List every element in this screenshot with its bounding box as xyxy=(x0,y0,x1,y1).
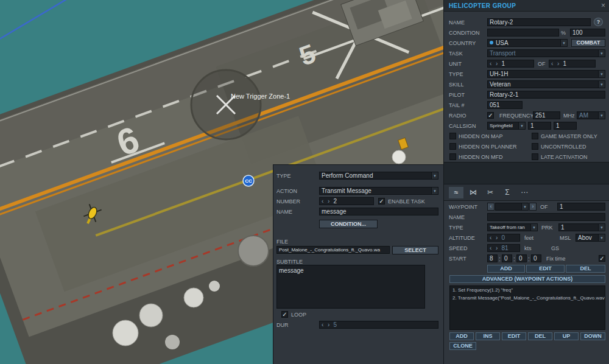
action-dropdown[interactable]: Transmit Message▾ xyxy=(319,187,438,195)
tab-payload-icon[interactable]: ✂ xyxy=(483,187,498,198)
waypoint-next-icon[interactable]: › xyxy=(529,203,537,211)
modulation-dropdown[interactable]: AM▾ xyxy=(577,111,605,119)
uncontrolled-checkbox[interactable] xyxy=(532,143,538,150)
list-item[interactable]: 1. Set Frequency(1.2) "freq" xyxy=(450,286,605,294)
list-item[interactable]: 2. Transmit Message("Post_Malone_-_Congr… xyxy=(450,294,605,302)
enable-task-checkbox[interactable] xyxy=(378,198,385,205)
action-down-button[interactable]: DOWN xyxy=(580,332,605,340)
altitude-ref-label: MSL xyxy=(560,234,571,242)
combat-button[interactable]: COMBAT xyxy=(571,39,605,47)
hidden-on-mfd-checkbox[interactable] xyxy=(449,153,456,160)
spinner-arrows-icon[interactable]: ‹ › xyxy=(490,60,499,67)
help-button[interactable]: ? xyxy=(594,18,603,26)
waypoint-prev-icon[interactable]: ‹ xyxy=(487,203,495,211)
task-label: TASK xyxy=(449,50,463,58)
waypoint-name-input[interactable] xyxy=(487,213,605,221)
subtitle-textarea[interactable]: message xyxy=(276,265,425,309)
action-label: ACTION xyxy=(276,187,297,195)
tab-summary-icon[interactable]: Σ xyxy=(500,187,515,198)
select-file-button[interactable]: SELECT xyxy=(392,246,438,254)
altitude-mode-dropdown[interactable]: Abov▾ xyxy=(576,234,605,242)
speed-label: SPEED xyxy=(449,245,468,253)
tab-triggered-actions-icon[interactable]: ⋈ xyxy=(466,187,481,198)
chevron-down-icon: ▾ xyxy=(521,203,528,210)
parking-dropdown[interactable]: 1▾ xyxy=(558,223,605,231)
spinner-arrows-icon[interactable]: ‹ › xyxy=(322,198,331,205)
start-minutes-input[interactable]: 0 xyxy=(502,254,512,262)
altitude-spinner[interactable]: ‹ ›0 xyxy=(487,234,520,242)
loop-label: LOOP xyxy=(291,311,306,319)
action-type-dropdown[interactable]: Perform Command▾ xyxy=(319,172,438,180)
spinner-arrows-icon[interactable]: ‹ › xyxy=(490,245,499,251)
action-name-input[interactable]: message xyxy=(319,208,438,215)
action-add-button[interactable]: ADD xyxy=(449,332,474,340)
task-dropdown[interactable]: Transport▾ xyxy=(487,49,605,57)
waypoint-type-dropdown[interactable]: Takeoff from ran▾ xyxy=(487,223,538,231)
waypoint-actions-list[interactable]: 1. Set Frequency(1.2) "freq" 2. Transmit… xyxy=(449,285,605,330)
speed-spinner[interactable]: ‹ ›81 xyxy=(487,244,520,252)
country-label: COUNTRY xyxy=(449,40,476,47)
callsign-dropdown[interactable]: Springfield▾ xyxy=(487,122,526,130)
number-spinner[interactable]: ‹ ›2 xyxy=(319,197,374,205)
condition-button[interactable]: CONDITION... xyxy=(319,220,378,228)
start-hours-input[interactable]: 8 xyxy=(487,254,498,262)
action-edit-button[interactable]: EDIT xyxy=(502,332,526,340)
waypoint-label: WAYPOINT xyxy=(449,203,477,211)
action-up-button[interactable]: UP xyxy=(554,332,579,340)
skill-dropdown[interactable]: Veteran▾ xyxy=(487,80,605,88)
waypoint-add-button[interactable]: ADD xyxy=(487,265,525,273)
condition-percent-input[interactable]: 100 xyxy=(570,29,605,37)
chevron-down-icon: ▾ xyxy=(598,71,605,77)
chevron-down-icon: ▾ xyxy=(598,234,605,241)
advanced-waypoint-actions-button[interactable]: ADVANCED (WAYPOINT ACTIONS) xyxy=(449,275,605,283)
close-icon[interactable]: × xyxy=(601,1,605,10)
action-type-label: TYPE xyxy=(276,172,291,180)
waypoint-of-label: OF xyxy=(540,203,548,211)
fix-time-checkbox[interactable] xyxy=(599,255,605,262)
start-seconds-input[interactable]: 0 xyxy=(516,254,527,262)
time-separator: : xyxy=(528,255,530,263)
start-ms-input[interactable]: 0 xyxy=(531,254,541,262)
tail-number-input[interactable]: 051 xyxy=(487,101,523,109)
game-master-only-label: GAME MASTER ONLY xyxy=(541,133,597,141)
unit-count-spinner[interactable]: ‹ ›1 xyxy=(487,60,534,68)
start-label: START xyxy=(449,255,466,263)
waypoint-select-dropdown[interactable]: ▾ xyxy=(495,203,529,211)
hidden-on-planner-checkbox[interactable] xyxy=(449,143,456,150)
chevron-down-icon: ▾ xyxy=(431,172,438,179)
chevron-down-icon: ▾ xyxy=(598,112,605,119)
loop-checkbox[interactable] xyxy=(281,311,288,318)
tab-route-icon[interactable]: ≈ xyxy=(449,187,463,198)
dur-spinner[interactable]: ‹ ›5 xyxy=(319,321,438,329)
unit-type-dropdown[interactable]: UH-1H▾ xyxy=(487,70,605,78)
late-activation-checkbox[interactable] xyxy=(532,153,538,160)
callsign-position-input[interactable]: 1 xyxy=(554,122,577,130)
waypoint-badge[interactable]: CC xyxy=(243,175,254,186)
group-name-input[interactable]: Rotary-2 xyxy=(487,18,591,26)
spinner-arrows-icon[interactable]: ‹ › xyxy=(551,60,560,67)
altitude-label: ALTITUDE xyxy=(449,234,475,242)
condition-input[interactable] xyxy=(487,29,559,37)
unit-label: UNIT xyxy=(449,60,462,68)
file-input[interactable]: Post_Malone_-_Congratulations_ft._Quavo.… xyxy=(276,246,390,254)
country-dropdown[interactable]: USA ▾ xyxy=(487,39,568,47)
game-master-only-checkbox[interactable] xyxy=(532,133,538,139)
waypoint-del-button[interactable]: DEL xyxy=(566,265,605,273)
action-ins-button[interactable]: INS xyxy=(476,332,500,340)
action-name-label: NAME xyxy=(276,208,292,216)
unit-total-spinner[interactable]: ‹ ›1 xyxy=(549,60,596,68)
hidden-on-map-label: HIDDEN ON MAP xyxy=(459,133,503,141)
pilot-input[interactable]: Rotary-2-1 xyxy=(487,91,605,99)
clone-button[interactable]: CLONE xyxy=(449,342,476,350)
action-del-button[interactable]: DEL xyxy=(528,332,552,340)
frequency-input[interactable]: 251 xyxy=(533,111,560,119)
spinner-arrows-icon[interactable]: ‹ › xyxy=(322,321,331,328)
waypoint-edit-button[interactable]: EDIT xyxy=(526,265,565,273)
unit-of-label: OF xyxy=(538,60,546,68)
callsign-flight-input[interactable]: 1 xyxy=(528,122,551,130)
hidden-on-map-checkbox[interactable] xyxy=(449,133,456,139)
waypoint-total-input[interactable]: 1 xyxy=(557,203,605,211)
tab-more-icon[interactable]: ⋯ xyxy=(517,187,532,198)
radio-checkbox[interactable] xyxy=(487,112,494,119)
spinner-arrows-icon[interactable]: ‹ › xyxy=(490,234,499,241)
